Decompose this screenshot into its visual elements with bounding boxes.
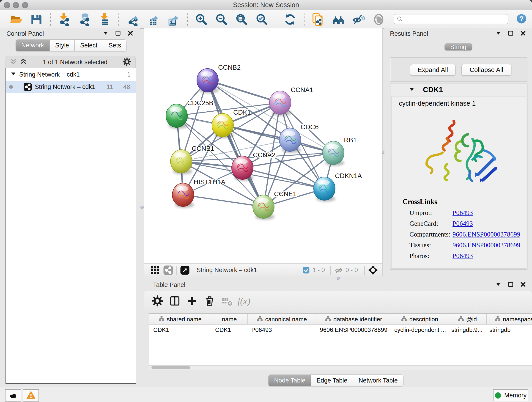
grid-view-icon[interactable] bbox=[150, 266, 159, 275]
node-CCNE1[interactable]: CCNE1 bbox=[253, 190, 297, 220]
section-expander-icon[interactable] bbox=[409, 86, 415, 93]
edge-CCNB2-CCNE1[interactable] bbox=[208, 80, 264, 207]
protein-description: cyclin-dependent kinase 1 bbox=[392, 96, 526, 107]
search-input[interactable] bbox=[403, 15, 508, 23]
crosslink-value-link[interactable]: P06493 bbox=[452, 220, 473, 227]
panel-close-icon[interactable] bbox=[520, 30, 526, 36]
cloud-button[interactable] bbox=[5, 389, 21, 402]
node-HIST1H1A[interactable]: HIST1H1A bbox=[172, 178, 225, 208]
panel-menu-icon[interactable] bbox=[495, 30, 501, 36]
cell[interactable]: cyclin-dependent ... bbox=[390, 325, 447, 335]
zoom-fit-icon[interactable] bbox=[232, 12, 252, 27]
column-header-canonical-name[interactable]: canonical name bbox=[248, 314, 317, 324]
edge-HIST1H1A-CCNE1[interactable] bbox=[183, 195, 264, 207]
help-button[interactable]: ? bbox=[516, 14, 526, 24]
protein-name: CDK1 bbox=[423, 85, 443, 94]
tab-network[interactable]: Network bbox=[16, 39, 50, 51]
tab-node-table[interactable]: Node Table bbox=[268, 375, 311, 386]
column-header--id[interactable]: @id bbox=[448, 314, 487, 324]
tab-select[interactable]: Select bbox=[75, 39, 103, 51]
birdseye-view-icon[interactable] bbox=[180, 265, 190, 275]
expand-all-icon[interactable] bbox=[20, 58, 28, 66]
network-tree: String Network – cdk1 1 String Network –… bbox=[6, 68, 136, 384]
node-CDC6[interactable]: CDC6 bbox=[279, 123, 319, 153]
panel-float-icon[interactable] bbox=[508, 30, 514, 36]
selected-checkbox-icon[interactable] bbox=[302, 267, 310, 274]
cell[interactable]: CDK1 bbox=[149, 325, 211, 335]
home-icon[interactable] bbox=[328, 12, 348, 27]
panel-menu-icon[interactable] bbox=[103, 30, 109, 36]
zoom-out-icon[interactable] bbox=[211, 12, 232, 27]
gear-icon[interactable] bbox=[123, 57, 132, 67]
tab-edge-table[interactable]: Edge Table bbox=[311, 375, 353, 386]
crosslink-value-link[interactable]: P06493 bbox=[452, 209, 473, 217]
node-table[interactable]: shared namenamecanonical namedatabase id… bbox=[149, 313, 532, 365]
tab-string[interactable]: String bbox=[444, 43, 472, 51]
string-app-icon[interactable] bbox=[308, 12, 328, 27]
table-panel-splitter[interactable] bbox=[140, 276, 532, 280]
collapse-all-icon[interactable] bbox=[10, 58, 18, 66]
zoom-selected-icon[interactable] bbox=[252, 12, 272, 27]
import-database-icon[interactable] bbox=[75, 12, 95, 27]
protein-section-header[interactable]: CDK1 bbox=[390, 83, 527, 96]
column-header-description[interactable]: description bbox=[391, 314, 448, 324]
tab-sets[interactable]: Sets bbox=[103, 39, 127, 51]
crosslink-label: Compartments: bbox=[409, 230, 452, 238]
import-table-icon[interactable] bbox=[95, 12, 115, 27]
column-header-name[interactable]: name bbox=[211, 314, 248, 324]
column-header-database-identifier[interactable]: database identifier bbox=[317, 314, 391, 324]
node-CCNA1[interactable]: CCNA1 bbox=[269, 86, 313, 116]
cell[interactable]: CDK1 bbox=[211, 325, 247, 335]
column-header-shared-name[interactable]: shared name bbox=[149, 314, 211, 324]
table-hscrollbar[interactable] bbox=[149, 365, 532, 370]
tab-style[interactable]: Style bbox=[50, 39, 75, 51]
hide-panel-icon[interactable] bbox=[348, 12, 369, 27]
inspect-eye-icon[interactable] bbox=[369, 12, 389, 27]
export-table-icon[interactable] bbox=[143, 12, 163, 27]
tab-network-table[interactable]: Network Table bbox=[353, 375, 404, 386]
collection-expander-icon[interactable] bbox=[11, 71, 16, 78]
add-column-icon[interactable] bbox=[184, 294, 201, 308]
network-canvas[interactable]: CCNB2CCNA1CDC25BCDK1CDC6RB1CCNB1CCNA2CDK… bbox=[144, 28, 383, 263]
network-collection-row[interactable]: String Network – cdk1 1 bbox=[6, 68, 136, 81]
control-panel-title: Control Panel bbox=[6, 30, 44, 37]
warning-button[interactable] bbox=[23, 389, 39, 402]
cell[interactable]: stringdb:9... bbox=[447, 325, 485, 335]
network-row-selected[interactable]: String Network – cdk1 11 48 bbox=[6, 81, 136, 93]
edge-CCNB2-CCNA1[interactable] bbox=[208, 80, 280, 103]
crosshair-icon[interactable] bbox=[368, 265, 378, 275]
panel-menu-icon[interactable] bbox=[495, 281, 501, 287]
crosslink-value-link[interactable]: 9606.ENSP00000378699 bbox=[452, 241, 520, 249]
crosslink-value-link[interactable]: 9606.ENSP00000378699 bbox=[452, 230, 520, 238]
cell[interactable]: stringdb bbox=[485, 325, 532, 335]
panel-float-icon[interactable] bbox=[115, 30, 121, 36]
cell[interactable]: 9606.ENSP00000378699 bbox=[316, 325, 390, 335]
column-header-namespace[interactable]: namespace bbox=[487, 314, 532, 324]
table-row[interactable]: CDK1CDK1P064939606.ENSP00000378699cyclin… bbox=[149, 325, 532, 335]
table-settings-gear-icon[interactable] bbox=[149, 294, 166, 308]
node-RB1[interactable]: RB1 bbox=[323, 136, 357, 166]
crosslink-value-link[interactable]: P06493 bbox=[452, 252, 473, 260]
collapse-all-button[interactable]: Collapse All bbox=[462, 64, 511, 76]
memory-button[interactable]: Memory bbox=[493, 389, 528, 401]
export-image-icon[interactable] bbox=[163, 12, 183, 27]
node-CDKN1A[interactable]: CDKN1A bbox=[314, 172, 362, 202]
scrollbar-thumb[interactable] bbox=[152, 366, 190, 369]
panel-close-icon[interactable] bbox=[520, 281, 526, 287]
crosslink-label: Pharos: bbox=[409, 252, 452, 260]
hsplit-handle[interactable] bbox=[336, 277, 340, 280]
zoom-in-icon[interactable] bbox=[191, 12, 211, 27]
panel-close-icon[interactable] bbox=[127, 30, 133, 36]
export-network-icon[interactable] bbox=[123, 12, 143, 27]
panel-float-icon[interactable] bbox=[508, 281, 514, 287]
refresh-icon[interactable] bbox=[280, 12, 300, 27]
save-session-icon[interactable] bbox=[26, 12, 46, 27]
expand-all-button[interactable]: Expand All bbox=[410, 64, 456, 76]
open-session-icon[interactable] bbox=[6, 12, 26, 27]
import-network-icon[interactable] bbox=[54, 12, 75, 27]
delete-column-trash-icon[interactable] bbox=[201, 294, 218, 308]
split-panel-icon[interactable] bbox=[166, 294, 184, 308]
left-splitter-handle[interactable] bbox=[140, 206, 144, 209]
network-view-icon[interactable] bbox=[163, 265, 173, 275]
cell[interactable]: P06493 bbox=[247, 325, 316, 335]
